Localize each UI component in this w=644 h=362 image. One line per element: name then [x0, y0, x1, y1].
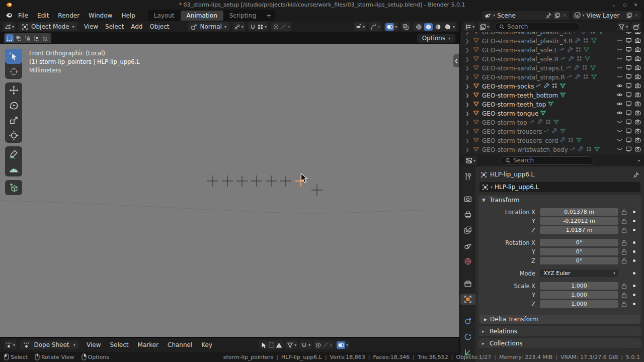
- outliner-row[interactable]: ❯GEO-storm-sandal_straps.L: [460, 64, 644, 73]
- select-mode-extend[interactable]: [15, 34, 23, 42]
- outliner-object-name[interactable]: GEO-storm-sandal_sole.R: [482, 56, 558, 63]
- outliner-row[interactable]: ❯GEO-storm-tongue: [460, 109, 644, 118]
- animate-property-dot[interactable]: [629, 241, 638, 244]
- empty-marker[interactable]: [207, 175, 218, 187]
- select-mode-subtract[interactable]: [24, 34, 32, 42]
- panel-grip-icon[interactable]: ∷∷: [630, 328, 638, 334]
- transform-panel-header[interactable]: ▼ Transform ∷∷: [478, 195, 641, 205]
- dopesheet-mode-dropdown[interactable]: Dope Sheet ▾: [20, 340, 79, 349]
- disable-in-render-icon[interactable]: [634, 55, 641, 63]
- expand-arrow-icon[interactable]: ❯: [465, 84, 471, 89]
- outliner-search-input[interactable]: Search: [495, 23, 580, 31]
- expand-arrow-icon[interactable]: ❯: [465, 147, 471, 152]
- menu-file[interactable]: File: [14, 11, 33, 20]
- filters-dropdown[interactable]: ▾: [285, 340, 298, 349]
- outliner-row[interactable]: ❯GEO-storm-sandal_plastic_3.L: [460, 32, 644, 37]
- viewport-menu-add[interactable]: Add: [127, 22, 146, 31]
- breadcrumb-object-name[interactable]: HLP-lip_upp6.L: [490, 171, 534, 178]
- tool-transform-button[interactable]: [5, 128, 22, 143]
- expand-arrow-icon[interactable]: ❯: [465, 138, 471, 143]
- show-object-types-dropdown[interactable]: ▾: [354, 22, 366, 31]
- properties-editor-type-button[interactable]: ▾: [464, 156, 477, 165]
- outliner-object-name[interactable]: GEO-storm-sandal_straps.R: [482, 74, 565, 81]
- disable-in-render-icon[interactable]: [634, 119, 641, 127]
- eye-closed-icon[interactable]: [616, 119, 623, 127]
- outliner-filter-dropdown[interactable]: ▾: [617, 22, 629, 31]
- view-layer-selector[interactable]: ▾ View Layer ✕: [572, 11, 641, 20]
- outliner-object-name[interactable]: GEO-storm-wristwatch_body: [482, 146, 568, 153]
- outliner-display-mode-dropdown[interactable]: ▾: [478, 22, 491, 31]
- eye-open-icon[interactable]: [616, 110, 623, 118]
- shading-solid-button[interactable]: [424, 23, 433, 31]
- lock-icon[interactable]: [618, 240, 629, 246]
- shading-rendered-button[interactable]: [443, 23, 452, 31]
- disable-in-viewport-icon[interactable]: [625, 137, 632, 145]
- viewport-menu-select[interactable]: Select: [102, 22, 127, 31]
- disable-in-viewport-icon[interactable]: [625, 46, 632, 54]
- outliner-object-name[interactable]: GEO-storm-top: [482, 119, 527, 126]
- app-menu-icon[interactable]: [5, 13, 13, 18]
- outliner-object-name[interactable]: GEO-storm-teeth_top: [482, 101, 546, 108]
- scene-selector[interactable]: ▾ Scene ✕: [482, 11, 569, 20]
- expand-arrow-icon[interactable]: ❯: [465, 102, 471, 107]
- outliner-object-name[interactable]: GEO-storm-teeth_bottom: [482, 92, 558, 99]
- tool-add-cube-button[interactable]: [5, 180, 22, 195]
- outliner-object-name[interactable]: GEO-storm-sandal_plastic_3.R: [482, 38, 573, 45]
- menu-edit[interactable]: Edit: [33, 11, 53, 20]
- menu-help[interactable]: Help: [117, 11, 139, 20]
- dopesheet-overlays-toggle[interactable]: [337, 341, 345, 349]
- disable-in-render-icon[interactable]: [634, 32, 641, 36]
- lock-icon[interactable]: [618, 218, 629, 224]
- properties-tab-physics[interactable]: [460, 316, 475, 327]
- options-button[interactable]: Options ▾: [417, 34, 455, 43]
- eye-closed-icon[interactable]: [616, 46, 623, 54]
- expand-arrow-icon[interactable]: ❯: [465, 120, 471, 125]
- lock-icon[interactable]: [618, 301, 629, 307]
- properties-tab-constraints[interactable]: [460, 331, 475, 342]
- expand-arrow-icon[interactable]: ❯: [465, 75, 471, 80]
- expand-arrow-icon[interactable]: ❯: [465, 57, 471, 62]
- disable-in-viewport-icon[interactable]: [625, 64, 632, 72]
- lock-icon[interactable]: [618, 283, 629, 289]
- transform-value-field[interactable]: 1.000: [540, 291, 618, 299]
- tool-move-button[interactable]: [5, 82, 22, 98]
- pin-icon[interactable]: [633, 171, 639, 178]
- empty-marker[interactable]: [236, 175, 248, 187]
- tool-scale-button[interactable]: [5, 113, 22, 128]
- viewport-menu-view[interactable]: View: [80, 22, 102, 31]
- proportional-editing-group[interactable]: ▾: [313, 340, 334, 349]
- dopesheet-menu-select[interactable]: Select: [106, 340, 133, 349]
- animate-property-dot[interactable]: [629, 229, 638, 231]
- overlays-toggle[interactable]: [385, 23, 394, 31]
- new-view-layer-icon[interactable]: [626, 12, 632, 19]
- transform-value-field[interactable]: -0.12012 m: [540, 217, 618, 225]
- sidebar-toggle-arrow[interactable]: ❮: [453, 54, 459, 67]
- tool-rotate-button[interactable]: [5, 98, 22, 113]
- empty-marker[interactable]: [280, 175, 291, 187]
- viewport-canvas[interactable]: Front Orthographic (Local) (1) storm-lip…: [0, 44, 459, 337]
- outliner-row[interactable]: ❯GEO-storm-sandal_straps.R: [460, 73, 644, 82]
- select-mode-new[interactable]: [6, 34, 14, 42]
- delta-transform-subpanel[interactable]: ▸ Delta Transform: [480, 315, 640, 324]
- close-button[interactable]: ✕: [634, 2, 638, 8]
- panel-grip-icon[interactable]: ∷∷: [630, 340, 638, 346]
- animate-property-dot[interactable]: [629, 285, 638, 287]
- empty-marker[interactable]: [222, 175, 233, 187]
- properties-tab-view-layer[interactable]: [460, 225, 475, 236]
- transform-value-field[interactable]: 0.01378 m: [540, 208, 618, 216]
- disable-in-render-icon[interactable]: [634, 82, 641, 90]
- lock-icon[interactable]: [618, 292, 629, 298]
- workspace-tab-animation[interactable]: Animation: [181, 11, 223, 21]
- proportional-editing-group[interactable]: ▾: [271, 22, 291, 31]
- properties-tab-collection[interactable]: [460, 278, 475, 289]
- tool-measure-button[interactable]: [5, 161, 22, 176]
- transform-orientation-dropdown[interactable]: Normal ▾: [188, 22, 229, 31]
- rotation-mode-dropdown[interactable]: XYZ Euler▾: [540, 269, 618, 277]
- eye-closed-icon[interactable]: [616, 146, 623, 154]
- animate-property-dot[interactable]: [629, 303, 638, 305]
- disable-in-viewport-icon[interactable]: [625, 101, 632, 109]
- empty-marker[interactable]: [251, 175, 262, 187]
- properties-tab-render[interactable]: [460, 194, 475, 205]
- only-selected-toggle[interactable]: [259, 340, 284, 349]
- transform-value-field[interactable]: 0°: [540, 239, 618, 246]
